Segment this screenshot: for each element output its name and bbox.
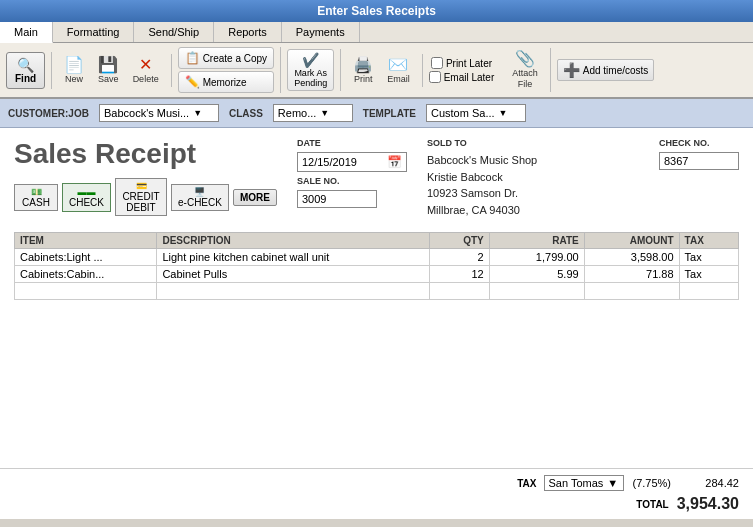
- toolbar: 🔍 Find 📄 New 💾 Save ✕ Delete 📋 Create a …: [0, 43, 753, 99]
- template-label: TEMPLATE: [363, 108, 416, 119]
- col-item: ITEM: [15, 233, 157, 249]
- template-dropdown[interactable]: Custom Sa... ▼: [426, 104, 526, 122]
- mark-as-pending-button[interactable]: ✔️ Mark AsPending: [287, 49, 334, 91]
- sold-to-label: SOLD TO: [427, 138, 537, 148]
- sold-to-line3: 10923 Samson Dr.: [427, 185, 537, 202]
- col-rate: RATE: [489, 233, 584, 249]
- check-no-field[interactable]: [659, 152, 739, 170]
- col-qty: QTY: [430, 233, 489, 249]
- date-value: 12/15/2019: [302, 156, 357, 168]
- print-later-checkbox[interactable]: Print Later: [431, 57, 492, 69]
- customer-job-dropdown[interactable]: Babcock's Musi... ▼: [99, 104, 219, 122]
- email-later-check[interactable]: [429, 71, 441, 83]
- find-button[interactable]: 🔍 Find: [6, 52, 45, 89]
- main-content: Sales Receipt 💵 CASH ▬▬ CHECK 💳 CREDIT D…: [0, 128, 753, 468]
- class-value: Remo...: [278, 107, 317, 119]
- more-button[interactable]: MORE: [233, 189, 277, 206]
- sold-to-address: Babcock's Music Shop Kristie Babcock 109…: [427, 152, 537, 218]
- cash-button[interactable]: 💵 CASH: [14, 184, 58, 211]
- new-button[interactable]: 📄 New: [58, 54, 90, 87]
- class-dropdown[interactable]: Remo... ▼: [273, 104, 353, 122]
- sold-to-line2: Kristie Babcock: [427, 169, 537, 186]
- date-label: DATE: [297, 138, 407, 148]
- row1-description: Light pine kitchen cabinet wall unit: [157, 249, 430, 266]
- row1-qty: 2: [430, 249, 489, 266]
- col-amount: AMOUNT: [584, 233, 679, 249]
- col-tax: TAX: [679, 233, 738, 249]
- customer-job-arrow: ▼: [193, 108, 202, 118]
- row2-tax: Tax: [679, 266, 738, 283]
- class-label: CLASS: [229, 108, 263, 119]
- title-bar: Enter Sales Receipts: [0, 0, 753, 22]
- credit-debit-button[interactable]: 💳 CREDIT DEBIT: [115, 178, 167, 216]
- tax-name-dropdown[interactable]: San Tomas ▼: [544, 475, 624, 491]
- table-row-empty[interactable]: [15, 283, 739, 300]
- row1-tax: Tax: [679, 249, 738, 266]
- sold-to-line4: Millbrae, CA 94030: [427, 202, 537, 219]
- template-arrow: ▼: [499, 108, 508, 118]
- title-text: Enter Sales Receipts: [317, 4, 436, 18]
- row2-rate: 5.99: [489, 266, 584, 283]
- tab-formatting[interactable]: Formatting: [53, 22, 135, 42]
- print-button[interactable]: 🖨️ Print: [347, 54, 379, 87]
- delete-button[interactable]: ✕ Delete: [127, 54, 165, 87]
- sold-to-line1: Babcock's Music Shop: [427, 152, 537, 169]
- date-field[interactable]: 12/15/2019 📅: [297, 152, 407, 172]
- payment-methods: 💵 CASH ▬▬ CHECK 💳 CREDIT DEBIT 🖥️ e-CHEC…: [14, 178, 277, 216]
- row1-item: Cabinets:Light ...: [15, 249, 157, 266]
- check-button[interactable]: ▬▬ CHECK: [62, 183, 111, 212]
- sale-no-field[interactable]: [297, 190, 377, 208]
- tab-send-ship[interactable]: Send/Ship: [134, 22, 214, 42]
- sale-no-label: SALE NO.: [297, 176, 407, 186]
- memorize-button[interactable]: ✏️ Memorize: [178, 71, 274, 93]
- print-later-check[interactable]: [431, 57, 443, 69]
- e-check-button[interactable]: 🖥️ e-CHECK: [171, 184, 229, 211]
- save-button[interactable]: 💾 Save: [92, 54, 125, 87]
- col-description: DESCRIPTION: [157, 233, 430, 249]
- customer-bar: CUSTOMER:JOB Babcock's Musi... ▼ CLASS R…: [0, 99, 753, 128]
- tax-name: San Tomas: [548, 477, 603, 489]
- tab-payments[interactable]: Payments: [282, 22, 360, 42]
- attach-file-button[interactable]: 📎 Attach File: [506, 48, 544, 92]
- customer-job-label: CUSTOMER:JOB: [8, 108, 89, 119]
- row1-rate: 1,799.00: [489, 249, 584, 266]
- total-amount: 3,954.30: [677, 495, 739, 513]
- table-row[interactable]: Cabinets:Light ... Light pine kitchen ca…: [15, 249, 739, 266]
- tax-label: TAX: [517, 478, 536, 489]
- row2-description: Cabinet Pulls: [157, 266, 430, 283]
- calendar-icon[interactable]: 📅: [387, 155, 402, 169]
- customer-job-value: Babcock's Musi...: [104, 107, 189, 119]
- check-no-label: CHECK NO.: [659, 138, 739, 148]
- total-label: TOTAL: [636, 499, 668, 510]
- create-copy-button[interactable]: 📋 Create a Copy: [178, 47, 274, 69]
- row2-amount: 71.88: [584, 266, 679, 283]
- tab-main[interactable]: Main: [0, 22, 53, 43]
- tax-percentage: (7.75%): [632, 477, 671, 489]
- items-table: ITEM DESCRIPTION QTY RATE AMOUNT TAX Cab…: [14, 232, 739, 300]
- tax-dropdown-arrow: ▼: [607, 477, 618, 489]
- add-time-costs-button[interactable]: ➕ Add time/costs: [557, 59, 655, 81]
- row2-item: Cabinets:Cabin...: [15, 266, 157, 283]
- tab-reports[interactable]: Reports: [214, 22, 282, 42]
- tab-bar: Main Formatting Send/Ship Reports Paymen…: [0, 22, 753, 43]
- receipt-title: Sales Receipt: [14, 138, 277, 170]
- tax-amount: 284.42: [679, 477, 739, 489]
- email-button[interactable]: ✉️ Email: [381, 54, 416, 87]
- footer: TAX San Tomas ▼ (7.75%) 284.42 TOTAL 3,9…: [0, 468, 753, 519]
- table-row[interactable]: Cabinets:Cabin... Cabinet Pulls 12 5.99 …: [15, 266, 739, 283]
- row2-qty: 12: [430, 266, 489, 283]
- template-value: Custom Sa...: [431, 107, 495, 119]
- email-later-checkbox[interactable]: Email Later: [429, 71, 495, 83]
- row1-amount: 3,598.00: [584, 249, 679, 266]
- class-arrow: ▼: [320, 108, 329, 118]
